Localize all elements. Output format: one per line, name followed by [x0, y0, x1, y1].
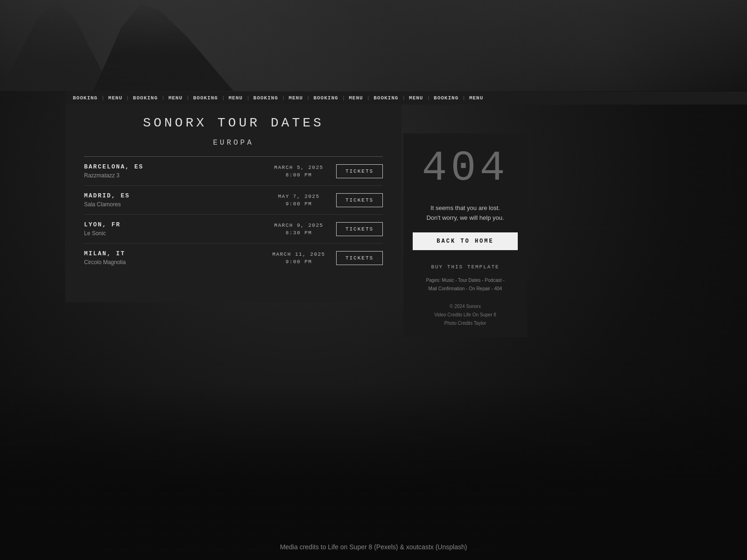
venue-name: Razzmatazz 3: [84, 172, 271, 179]
city-name: MILAN, IT: [84, 250, 271, 257]
back-to-home-button[interactable]: BACK TO HOME: [413, 232, 518, 250]
tour-row: LYON, FR Le Sonic MARCH 9, 2025 8:30 PM …: [84, 215, 383, 244]
venue-info: MADRID, ES Sala Clamores: [84, 192, 271, 208]
error-card: 404 It seems that you are lost. Don't wo…: [403, 133, 527, 337]
nav-booking-7[interactable]: BOOKING: [430, 95, 462, 101]
nav-menu-3[interactable]: MENU: [225, 95, 247, 101]
date-info: MAY 7, 2025 9:00 PM: [271, 194, 327, 207]
tour-region: EUROPA: [84, 139, 383, 147]
nav-booking-2[interactable]: BOOKING: [129, 95, 162, 101]
nav-booking-5[interactable]: BOOKING: [310, 95, 342, 101]
nav-scroll: BOOKING | MENU | BOOKING | MENU | BOOKIN…: [69, 95, 487, 101]
nav-menu-1[interactable]: MENU: [105, 95, 126, 101]
tickets-button-madrid[interactable]: TICKETS: [336, 193, 383, 207]
tickets-button-lyon[interactable]: TICKETS: [336, 222, 383, 236]
tickets-button-milan[interactable]: TICKETS: [336, 251, 383, 265]
venue-name: Le Sonic: [84, 230, 271, 237]
nav-menu-6[interactable]: MENU: [405, 95, 427, 101]
date-info: MARCH 11, 2025 9:00 PM: [271, 252, 327, 265]
tickets-button-barcelona[interactable]: TICKETS: [336, 164, 383, 178]
venue-name: Sala Clamores: [84, 201, 271, 208]
venue-info: MILAN, IT Circolo Magnolia: [84, 250, 271, 266]
venue-info: BARCELONA, ES Razzmatazz 3: [84, 163, 271, 179]
city-name: LYON, FR: [84, 221, 271, 228]
error-message: It seems that you are lost. Don't worry,…: [426, 203, 504, 223]
nav-booking-3[interactable]: BOOKING: [190, 95, 222, 101]
nav-menu-2[interactable]: MENU: [165, 95, 186, 101]
nav-menu-7[interactable]: MENU: [465, 95, 487, 101]
error-card-footer: © 2024 Sonorx Video Credits Life On Supe…: [434, 302, 496, 328]
nav-booking-4[interactable]: BOOKING: [250, 95, 282, 101]
city-name: MADRID, ES: [84, 192, 271, 199]
venue-name: Circolo Magnolia: [84, 259, 271, 266]
city-name: BARCELONA, ES: [84, 163, 271, 170]
nav-booking-1[interactable]: BOOKING: [69, 95, 101, 101]
error-number: 404: [422, 147, 508, 189]
tour-row: MADRID, ES Sala Clamores MAY 7, 2025 9:0…: [84, 186, 383, 215]
background-bottom: [0, 383, 747, 560]
date-info: MARCH 5, 2025 8:00 PM: [271, 165, 327, 178]
venue-info: LYON, FR Le Sonic: [84, 221, 271, 237]
tour-row: BARCELONA, ES Razzmatazz 3 MARCH 5, 2025…: [84, 157, 383, 186]
tour-dates-card: SONORX TOUR DATES EUROPA BARCELONA, ES R…: [65, 102, 402, 302]
media-credit: Media credits to Life on Super 8 (Pexels…: [0, 543, 747, 551]
nav-bar: BOOKING | MENU | BOOKING | MENU | BOOKIN…: [65, 91, 747, 105]
nav-menu-5[interactable]: MENU: [345, 95, 366, 101]
nav-menu-4[interactable]: MENU: [285, 95, 306, 101]
date-info: MARCH 9, 2025 8:30 PM: [271, 223, 327, 236]
band-photo-top: [0, 0, 747, 91]
tour-row: MILAN, IT Circolo Magnolia MARCH 11, 202…: [84, 244, 383, 272]
nav-booking-6[interactable]: BOOKING: [370, 95, 402, 101]
template-pages: Pages: Music - Tour Dates - Podcast - Ma…: [426, 276, 504, 293]
buy-template-label: BUY THIS TEMPLATE: [431, 264, 499, 270]
tour-title: SONORX TOUR DATES: [84, 116, 383, 130]
